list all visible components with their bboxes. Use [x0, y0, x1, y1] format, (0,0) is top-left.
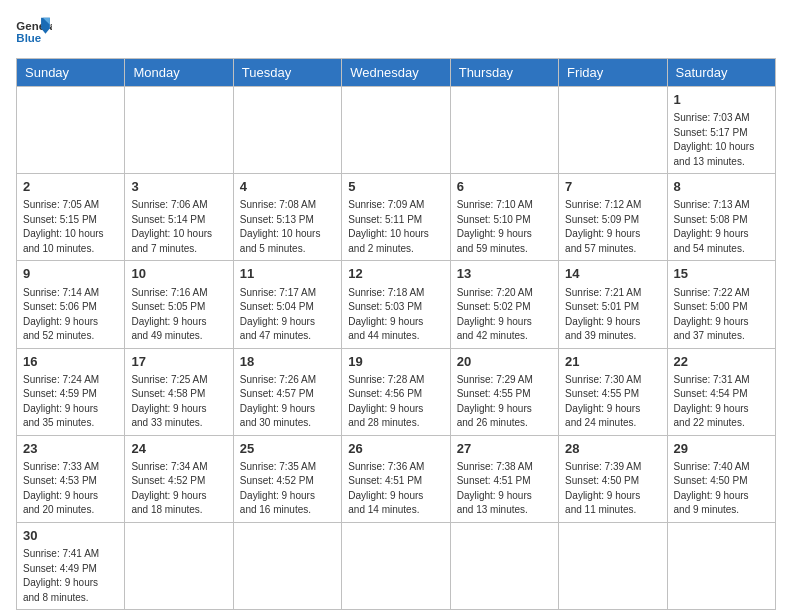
- day-info: Sunrise: 7:18 AM Sunset: 5:03 PM Dayligh…: [348, 286, 443, 344]
- calendar-cell: 5Sunrise: 7:09 AM Sunset: 5:11 PM Daylig…: [342, 174, 450, 261]
- calendar-cell: 24Sunrise: 7:34 AM Sunset: 4:52 PM Dayli…: [125, 435, 233, 522]
- calendar-cell: 27Sunrise: 7:38 AM Sunset: 4:51 PM Dayli…: [450, 435, 558, 522]
- day-info: Sunrise: 7:28 AM Sunset: 4:56 PM Dayligh…: [348, 373, 443, 431]
- day-number: 18: [240, 353, 335, 371]
- calendar-cell: 17Sunrise: 7:25 AM Sunset: 4:58 PM Dayli…: [125, 348, 233, 435]
- calendar-cell: 20Sunrise: 7:29 AM Sunset: 4:55 PM Dayli…: [450, 348, 558, 435]
- calendar-cell: [667, 522, 775, 609]
- calendar-cell: 16Sunrise: 7:24 AM Sunset: 4:59 PM Dayli…: [17, 348, 125, 435]
- day-info: Sunrise: 7:40 AM Sunset: 4:50 PM Dayligh…: [674, 460, 769, 518]
- calendar-cell: 23Sunrise: 7:33 AM Sunset: 4:53 PM Dayli…: [17, 435, 125, 522]
- day-info: Sunrise: 7:25 AM Sunset: 4:58 PM Dayligh…: [131, 373, 226, 431]
- day-number: 3: [131, 178, 226, 196]
- weekday-header: Monday: [125, 59, 233, 87]
- day-info: Sunrise: 7:24 AM Sunset: 4:59 PM Dayligh…: [23, 373, 118, 431]
- day-info: Sunrise: 7:29 AM Sunset: 4:55 PM Dayligh…: [457, 373, 552, 431]
- calendar-cell: 8Sunrise: 7:13 AM Sunset: 5:08 PM Daylig…: [667, 174, 775, 261]
- calendar-cell: 10Sunrise: 7:16 AM Sunset: 5:05 PM Dayli…: [125, 261, 233, 348]
- day-info: Sunrise: 7:38 AM Sunset: 4:51 PM Dayligh…: [457, 460, 552, 518]
- day-info: Sunrise: 7:41 AM Sunset: 4:49 PM Dayligh…: [23, 547, 118, 605]
- day-number: 28: [565, 440, 660, 458]
- calendar-cell: [125, 522, 233, 609]
- calendar-week-row: 30Sunrise: 7:41 AM Sunset: 4:49 PM Dayli…: [17, 522, 776, 609]
- day-info: Sunrise: 7:26 AM Sunset: 4:57 PM Dayligh…: [240, 373, 335, 431]
- day-info: Sunrise: 7:09 AM Sunset: 5:11 PM Dayligh…: [348, 198, 443, 256]
- day-info: Sunrise: 7:35 AM Sunset: 4:52 PM Dayligh…: [240, 460, 335, 518]
- calendar-week-row: 16Sunrise: 7:24 AM Sunset: 4:59 PM Dayli…: [17, 348, 776, 435]
- day-number: 4: [240, 178, 335, 196]
- day-number: 27: [457, 440, 552, 458]
- day-number: 7: [565, 178, 660, 196]
- calendar-cell: 22Sunrise: 7:31 AM Sunset: 4:54 PM Dayli…: [667, 348, 775, 435]
- calendar-cell: 7Sunrise: 7:12 AM Sunset: 5:09 PM Daylig…: [559, 174, 667, 261]
- logo: General Blue: [16, 16, 116, 46]
- weekday-header-row: SundayMondayTuesdayWednesdayThursdayFrid…: [17, 59, 776, 87]
- day-number: 1: [674, 91, 769, 109]
- day-info: Sunrise: 7:03 AM Sunset: 5:17 PM Dayligh…: [674, 111, 769, 169]
- day-info: Sunrise: 7:30 AM Sunset: 4:55 PM Dayligh…: [565, 373, 660, 431]
- calendar-cell: [125, 87, 233, 174]
- day-info: Sunrise: 7:08 AM Sunset: 5:13 PM Dayligh…: [240, 198, 335, 256]
- calendar-cell: 14Sunrise: 7:21 AM Sunset: 5:01 PM Dayli…: [559, 261, 667, 348]
- day-info: Sunrise: 7:21 AM Sunset: 5:01 PM Dayligh…: [565, 286, 660, 344]
- calendar-cell: [342, 87, 450, 174]
- day-number: 29: [674, 440, 769, 458]
- day-info: Sunrise: 7:17 AM Sunset: 5:04 PM Dayligh…: [240, 286, 335, 344]
- calendar-cell: 6Sunrise: 7:10 AM Sunset: 5:10 PM Daylig…: [450, 174, 558, 261]
- calendar-cell: 3Sunrise: 7:06 AM Sunset: 5:14 PM Daylig…: [125, 174, 233, 261]
- weekday-header: Sunday: [17, 59, 125, 87]
- calendar-table: SundayMondayTuesdayWednesdayThursdayFrid…: [16, 58, 776, 610]
- day-info: Sunrise: 7:33 AM Sunset: 4:53 PM Dayligh…: [23, 460, 118, 518]
- day-number: 8: [674, 178, 769, 196]
- day-number: 24: [131, 440, 226, 458]
- calendar-cell: 21Sunrise: 7:30 AM Sunset: 4:55 PM Dayli…: [559, 348, 667, 435]
- day-number: 26: [348, 440, 443, 458]
- calendar-cell: 19Sunrise: 7:28 AM Sunset: 4:56 PM Dayli…: [342, 348, 450, 435]
- day-number: 11: [240, 265, 335, 283]
- calendar-week-row: 1Sunrise: 7:03 AM Sunset: 5:17 PM Daylig…: [17, 87, 776, 174]
- calendar-cell: 13Sunrise: 7:20 AM Sunset: 5:02 PM Dayli…: [450, 261, 558, 348]
- calendar-cell: [450, 522, 558, 609]
- day-info: Sunrise: 7:22 AM Sunset: 5:00 PM Dayligh…: [674, 286, 769, 344]
- weekday-header: Tuesday: [233, 59, 341, 87]
- day-number: 17: [131, 353, 226, 371]
- calendar-week-row: 2Sunrise: 7:05 AM Sunset: 5:15 PM Daylig…: [17, 174, 776, 261]
- day-number: 20: [457, 353, 552, 371]
- calendar-cell: [450, 87, 558, 174]
- weekday-header: Thursday: [450, 59, 558, 87]
- day-number: 25: [240, 440, 335, 458]
- weekday-header: Saturday: [667, 59, 775, 87]
- day-number: 6: [457, 178, 552, 196]
- day-number: 10: [131, 265, 226, 283]
- calendar-cell: 4Sunrise: 7:08 AM Sunset: 5:13 PM Daylig…: [233, 174, 341, 261]
- day-info: Sunrise: 7:13 AM Sunset: 5:08 PM Dayligh…: [674, 198, 769, 256]
- calendar-week-row: 23Sunrise: 7:33 AM Sunset: 4:53 PM Dayli…: [17, 435, 776, 522]
- calendar-week-row: 9Sunrise: 7:14 AM Sunset: 5:06 PM Daylig…: [17, 261, 776, 348]
- day-info: Sunrise: 7:16 AM Sunset: 5:05 PM Dayligh…: [131, 286, 226, 344]
- calendar-cell: 9Sunrise: 7:14 AM Sunset: 5:06 PM Daylig…: [17, 261, 125, 348]
- day-number: 19: [348, 353, 443, 371]
- calendar-cell: 1Sunrise: 7:03 AM Sunset: 5:17 PM Daylig…: [667, 87, 775, 174]
- day-number: 5: [348, 178, 443, 196]
- day-number: 13: [457, 265, 552, 283]
- calendar-cell: 18Sunrise: 7:26 AM Sunset: 4:57 PM Dayli…: [233, 348, 341, 435]
- calendar-cell: 2Sunrise: 7:05 AM Sunset: 5:15 PM Daylig…: [17, 174, 125, 261]
- calendar-cell: [559, 87, 667, 174]
- day-info: Sunrise: 7:06 AM Sunset: 5:14 PM Dayligh…: [131, 198, 226, 256]
- day-info: Sunrise: 7:34 AM Sunset: 4:52 PM Dayligh…: [131, 460, 226, 518]
- calendar-cell: 30Sunrise: 7:41 AM Sunset: 4:49 PM Dayli…: [17, 522, 125, 609]
- calendar-cell: [233, 522, 341, 609]
- logo-icon: General Blue: [16, 16, 52, 46]
- day-number: 23: [23, 440, 118, 458]
- weekday-header: Wednesday: [342, 59, 450, 87]
- day-number: 12: [348, 265, 443, 283]
- calendar-cell: [559, 522, 667, 609]
- day-info: Sunrise: 7:20 AM Sunset: 5:02 PM Dayligh…: [457, 286, 552, 344]
- day-info: Sunrise: 7:10 AM Sunset: 5:10 PM Dayligh…: [457, 198, 552, 256]
- calendar-cell: 26Sunrise: 7:36 AM Sunset: 4:51 PM Dayli…: [342, 435, 450, 522]
- day-info: Sunrise: 7:12 AM Sunset: 5:09 PM Dayligh…: [565, 198, 660, 256]
- day-info: Sunrise: 7:31 AM Sunset: 4:54 PM Dayligh…: [674, 373, 769, 431]
- day-number: 22: [674, 353, 769, 371]
- day-number: 14: [565, 265, 660, 283]
- day-info: Sunrise: 7:39 AM Sunset: 4:50 PM Dayligh…: [565, 460, 660, 518]
